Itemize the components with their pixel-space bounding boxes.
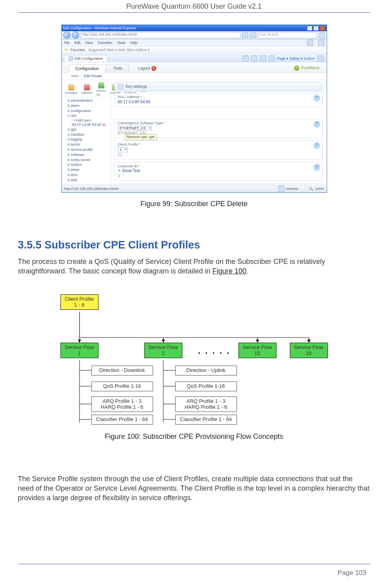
- tree-time[interactable]: time: [63, 173, 111, 178]
- box-col1-classifier: Classifier Profile 1 - 64: [91, 415, 153, 425]
- search-field[interactable]: Live Search: [258, 32, 317, 38]
- address-field[interactable]: http://192.168.200.183/index.html#: [81, 32, 240, 38]
- conv-select[interactable]: ETHERNET_CS: [118, 126, 152, 131]
- logout-label: Logout: [138, 66, 150, 71]
- view-mode[interactable]: Edit Private: [84, 74, 102, 78]
- help-icon[interactable]: ?: [314, 142, 320, 149]
- menu-edit[interactable]: Edit: [74, 41, 81, 45]
- diagram-connectors: [56, 292, 333, 434]
- zoom-value[interactable]: 100%: [315, 187, 324, 191]
- favorites-label[interactable]: Favorites: [71, 48, 85, 52]
- cmd-page[interactable]: Page ▾ Safety ▾ Tools ▾: [277, 57, 315, 61]
- help-icon[interactable]: ?: [314, 95, 320, 101]
- browser-favorites-bar: ★ Favorites Suggested Sites ▾ Web Slice …: [62, 46, 327, 54]
- x-icon[interactable]: [307, 40, 313, 46]
- tree-alarm[interactable]: alarm: [63, 103, 111, 108]
- menu-favorites[interactable]: Favorites: [98, 41, 112, 45]
- validate-icon: [84, 84, 90, 91]
- tree-add-cpe[interactable]: <Add cpe>: [63, 118, 111, 123]
- figure-100-caption: Figure 100: Subscriber CPE Provisioning …: [56, 432, 333, 441]
- tree-snmp-server[interactable]: snmp-server: [63, 157, 111, 163]
- tree-system[interactable]: system: [63, 162, 111, 167]
- tree-gps[interactable]: gps: [63, 127, 111, 132]
- brand-swirl-icon: [294, 65, 299, 71]
- minimize-icon[interactable]: [307, 26, 312, 31]
- tree-software[interactable]: software: [63, 152, 111, 157]
- browser-status-bar: http://192.168.200.183/index.html# Inter…: [62, 185, 327, 192]
- figure-100-ref[interactable]: Figure 100: [212, 267, 246, 275]
- cust-edit[interactable]: Show Text: [122, 169, 140, 173]
- browser-tab-edit-config[interactable]: Edit Configuration: [64, 55, 108, 62]
- box-col1-qos: QoS Profile 1-16: [91, 381, 153, 391]
- view-label: View :: [71, 74, 81, 78]
- logout-control[interactable]: Logout ✕: [138, 66, 156, 72]
- client-sub: (1): [118, 152, 319, 157]
- tree-sector[interactable]: sector: [63, 142, 111, 147]
- home-icon[interactable]: [242, 55, 249, 62]
- delete-cpe-icon[interactable]: ⊟: [102, 123, 106, 127]
- favorites-items[interactable]: Suggested Sites ▾ Web Slice Gallery ▾: [89, 48, 150, 52]
- back-icon[interactable]: [63, 32, 70, 39]
- box-col2-qos: QoS Profile 1-16: [175, 381, 237, 391]
- box-sf16: Service Flow16: [290, 343, 328, 358]
- forward-icon[interactable]: [72, 32, 79, 39]
- close-icon[interactable]: [320, 26, 325, 31]
- section-para-1: The process to create a QoS (Quality of …: [18, 257, 370, 276]
- tab-tools[interactable]: Tools: [106, 64, 129, 72]
- section-para-2: The Service Profile system through the u…: [18, 474, 370, 503]
- tree-interface[interactable]: interface: [63, 132, 111, 137]
- svg-marker-7: [162, 340, 165, 343]
- nav-tree[interactable]: administration alarm configuration cpe <…: [63, 97, 111, 183]
- feeds-icon[interactable]: [251, 55, 257, 62]
- menu-help[interactable]: Help: [130, 41, 138, 45]
- help-icon[interactable]: ?: [314, 164, 320, 171]
- figure-99-screenshot: Edit Configuration - Windows Internet Ex…: [61, 25, 327, 193]
- print-icon[interactable]: [269, 55, 275, 62]
- menu-file[interactable]: File: [64, 41, 70, 45]
- maximize-icon[interactable]: [313, 26, 319, 31]
- tb-changes[interactable]: Changes: [65, 84, 78, 95]
- figure-99-caption: Figure 99: Subscriber CPE Delete: [18, 200, 370, 208]
- p1-a: The process to create a QoS (Quality of …: [18, 258, 325, 275]
- mail-icon[interactable]: [260, 55, 266, 62]
- tree-telnet[interactable]: telnet: [63, 167, 111, 173]
- box-client-profile: Client Profile1 - 8: [61, 294, 98, 310]
- tree-logging[interactable]: logging: [63, 137, 111, 142]
- app-subbar: View : Edit Private: [62, 73, 327, 80]
- box-sf2: Service Flow2: [144, 343, 182, 358]
- tool-icon[interactable]: [318, 40, 324, 46]
- client-select[interactable]: 1: [118, 147, 128, 152]
- help-icon[interactable]: ?: [314, 121, 320, 127]
- tree-cpe-mac[interactable]: 00:17:C4:8F:54:65 ⊟: [63, 123, 111, 127]
- mac-value: 00:17:C4:8F:54:65: [118, 99, 319, 104]
- stop-icon[interactable]: [250, 32, 256, 38]
- tree-configuration[interactable]: configuration: [63, 108, 111, 114]
- tree-web[interactable]: web: [63, 178, 111, 183]
- tab-configuration[interactable]: Configuration: [69, 64, 106, 73]
- tree-service-profile[interactable]: service-profile: [63, 147, 111, 152]
- menu-tools[interactable]: Tools: [117, 41, 125, 45]
- search-go-icon[interactable]: [319, 32, 325, 38]
- tree-cpe[interactable]: cpe: [63, 113, 111, 118]
- tb-revert[interactable]: Revert All: [97, 82, 106, 97]
- figure-100-diagram: Client Profile1 - 8 Service Flow1 Servic…: [56, 292, 333, 438]
- header-rule: [18, 12, 370, 13]
- form-panel: Key settings MAC Address * 00:17:C4:8F:5…: [111, 80, 327, 185]
- status-url: http://192.168.200.183/index.html#: [64, 187, 119, 191]
- edit-pencil-icon[interactable]: ✎: [118, 169, 121, 173]
- menu-view[interactable]: View: [85, 41, 93, 45]
- browser-command-bar: Page ▾ Safety ▾ Tools ▾: [242, 55, 327, 62]
- refresh-icon[interactable]: [242, 32, 248, 38]
- help-icon[interactable]: [317, 55, 324, 62]
- tree-administration[interactable]: administration: [63, 98, 111, 103]
- favorites-star-icon[interactable]: ★: [64, 47, 68, 52]
- logout-x-icon: ✕: [151, 66, 156, 71]
- svg-marker-9: [307, 340, 310, 343]
- p1-b: .: [246, 267, 248, 275]
- diagram-ellipsis: . . . . .: [198, 346, 231, 356]
- page-header: PureWave Quantum 6600 User Guide v2.1: [18, 0, 370, 12]
- browser-titlebar: Edit Configuration - Windows Internet Ex…: [62, 25, 327, 31]
- key-icon: [118, 84, 123, 89]
- tb-validate[interactable]: Validate: [81, 84, 93, 95]
- conv-label: Convergence Sublayer Type *: [118, 121, 319, 125]
